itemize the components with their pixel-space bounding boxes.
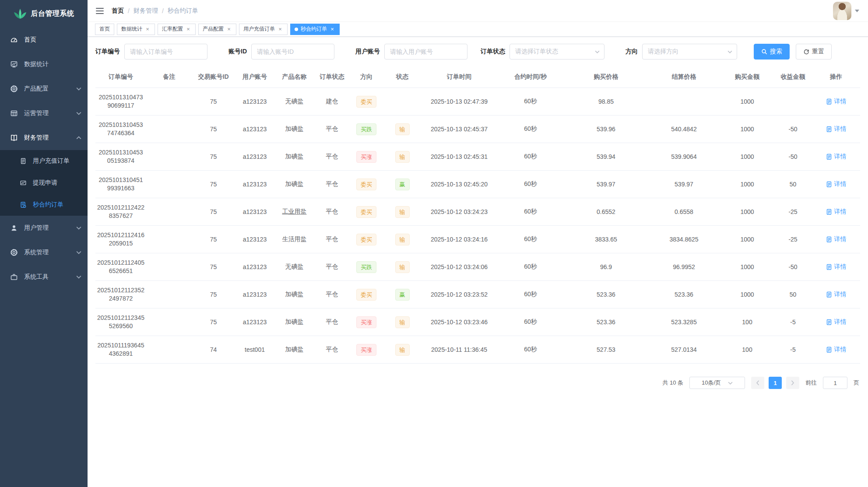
col-header: 用户账号 bbox=[235, 67, 275, 88]
direction-tag: 买涨 bbox=[356, 151, 376, 163]
dashboard-icon bbox=[10, 36, 18, 44]
sidebar-item-operations[interactable]: 运营管理 bbox=[0, 101, 88, 126]
sidebar-item-user-management[interactable]: 用户管理 bbox=[0, 216, 88, 240]
tab-statistics[interactable]: 数据统计 × bbox=[117, 24, 155, 35]
close-icon[interactable]: × bbox=[277, 26, 283, 32]
sidebar-item-finance[interactable]: 财务管理 bbox=[0, 126, 88, 150]
close-icon[interactable]: × bbox=[226, 26, 232, 32]
hamburger-icon[interactable] bbox=[95, 7, 104, 15]
detail-button[interactable]: 详情 bbox=[826, 98, 847, 105]
col-header: 购买金额 bbox=[720, 67, 774, 88]
order-state-cell: 平仓 bbox=[314, 171, 350, 198]
order-no: 202510131047390699117 bbox=[97, 93, 144, 110]
detail-button-label: 详情 bbox=[834, 180, 847, 188]
direction-tag: 买涨 bbox=[356, 344, 376, 356]
sidebar-item-label: 秒合约订单 bbox=[33, 201, 81, 209]
table-row: 202510131045374746364 75 a123123 加碘盐 平仓 … bbox=[95, 116, 860, 143]
tab-exchange-rate-config[interactable]: 汇率配置 × bbox=[158, 24, 196, 35]
direction-tag: 买涨 bbox=[356, 316, 376, 328]
sidebar-item-recharge-orders[interactable]: 用户充值订单 bbox=[0, 150, 88, 172]
close-icon[interactable]: × bbox=[329, 26, 335, 32]
user-account-input[interactable] bbox=[384, 44, 467, 60]
document-icon bbox=[826, 236, 832, 242]
page-size-value: 10条/页 bbox=[702, 379, 721, 387]
order-time-cell: 2025-10-12 03:24:23 bbox=[422, 198, 496, 226]
col-header: 订单状态 bbox=[314, 67, 350, 88]
table-grid-icon bbox=[10, 109, 18, 117]
gear-icon bbox=[10, 249, 18, 256]
document-icon bbox=[20, 158, 27, 165]
next-page-button[interactable] bbox=[786, 377, 799, 389]
document-icon bbox=[826, 126, 832, 132]
order-state-cell: 平仓 bbox=[314, 143, 350, 171]
settle-price-cell: 539.9064 bbox=[647, 143, 720, 171]
detail-button[interactable]: 详情 bbox=[826, 125, 847, 133]
product-name: 生活用盐 bbox=[282, 235, 307, 242]
search-button[interactable]: 搜索 bbox=[754, 44, 790, 60]
user-account-cell: a123123 bbox=[235, 88, 275, 116]
table-header-row: 订单编号 备注 交易账号ID 用户账号 产品名称 订单状态 方向 状态 订单时间… bbox=[95, 67, 860, 88]
sidebar-item-system-tools[interactable]: 系统工具 bbox=[0, 265, 88, 289]
sidebar-item-label: 系统管理 bbox=[24, 249, 76, 256]
profit-amount-cell: 50 bbox=[774, 281, 812, 308]
sidebar-item-home[interactable]: 首页 bbox=[0, 28, 88, 52]
profit-amount-cell: -5 bbox=[774, 308, 812, 336]
profit-amount-cell: -25 bbox=[774, 198, 812, 226]
page-number-button[interactable]: 1 bbox=[769, 377, 782, 389]
user-avatar[interactable] bbox=[833, 2, 851, 20]
tab-second-contract-orders[interactable]: 秒合约订单 × bbox=[290, 24, 340, 35]
order-time-cell: 2025-10-13 02:45:31 bbox=[422, 143, 496, 171]
trade-account-id-cell: 75 bbox=[192, 198, 235, 226]
close-icon[interactable]: × bbox=[185, 26, 191, 32]
detail-button[interactable]: 详情 bbox=[826, 208, 847, 216]
remark-cell bbox=[146, 198, 192, 226]
detail-button[interactable]: 详情 bbox=[826, 235, 847, 243]
col-header: 产品名称 bbox=[275, 67, 314, 88]
chart-box-icon bbox=[20, 179, 27, 186]
leaf-logo-icon bbox=[14, 8, 27, 20]
sidebar-menu: 首页 数据统计 产品配置 运营管理 bbox=[0, 28, 88, 289]
order-status-select[interactable]: 请选择订单状态 bbox=[510, 44, 604, 60]
product-name: 加碘盐 bbox=[285, 318, 304, 325]
sidebar-item-second-contract-orders[interactable]: 秒合约订单 bbox=[0, 194, 88, 216]
close-icon[interactable]: × bbox=[144, 26, 151, 32]
goto-page-input[interactable] bbox=[823, 377, 847, 389]
settle-price-cell: 523.3285 bbox=[647, 308, 720, 336]
order-no: 202510131045199391663 bbox=[97, 176, 144, 193]
direction-tag: 委买 bbox=[356, 234, 376, 245]
detail-button[interactable]: 详情 bbox=[826, 263, 847, 271]
navbar-right bbox=[833, 2, 859, 20]
detail-button[interactable]: 详情 bbox=[826, 153, 847, 161]
detail-button[interactable]: 详情 bbox=[826, 318, 847, 326]
detail-button[interactable]: 详情 bbox=[826, 346, 847, 354]
direction-select[interactable]: 请选择方向 bbox=[642, 44, 737, 60]
contract-coin-icon bbox=[20, 201, 27, 208]
sidebar-item-label: 首页 bbox=[24, 36, 81, 44]
detail-button[interactable]: 详情 bbox=[826, 180, 847, 188]
tab-recharge-orders[interactable]: 用户充值订单 × bbox=[239, 24, 288, 35]
order-time-cell: 2025-10-12 03:24:16 bbox=[422, 226, 496, 253]
table-row: 202510111936454362891 74 test001 加碘盐 平仓 … bbox=[95, 336, 860, 364]
search-button-label: 搜索 bbox=[770, 48, 782, 56]
breadcrumb-home[interactable]: 首页 bbox=[112, 7, 124, 15]
contract-seconds-cell: 60秒 bbox=[496, 88, 565, 116]
profit-amount-cell: -5 bbox=[774, 336, 812, 364]
reset-button[interactable]: 重置 bbox=[796, 44, 832, 60]
breadcrumb-current: 秒合约订单 bbox=[168, 7, 198, 15]
order-no-input[interactable] bbox=[124, 44, 207, 60]
prev-page-button[interactable] bbox=[751, 377, 764, 389]
avatar-caret-icon[interactable] bbox=[855, 10, 859, 12]
filter-bar: 订单编号 账号ID 用户账号 订单状态 请选择订单状态 方向 请选择方向 bbox=[95, 44, 860, 60]
account-id-input[interactable] bbox=[251, 44, 334, 60]
sidebar-item-withdraw-requests[interactable]: 提现申请 bbox=[0, 172, 88, 194]
order-state-cell: 平仓 bbox=[314, 198, 350, 226]
product-name: 无碘盐 bbox=[285, 263, 304, 270]
sidebar-item-statistics[interactable]: 数据统计 bbox=[0, 52, 88, 77]
direction-tag: 委买 bbox=[356, 289, 376, 301]
sidebar-item-product-config[interactable]: 产品配置 bbox=[0, 77, 88, 101]
tab-home[interactable]: 首页 bbox=[95, 24, 114, 35]
tab-product-config[interactable]: 产品配置 × bbox=[198, 24, 236, 35]
sidebar-item-system-management[interactable]: 系统管理 bbox=[0, 240, 88, 265]
detail-button[interactable]: 详情 bbox=[826, 291, 847, 298]
page-size-select[interactable]: 10条/页 bbox=[689, 377, 745, 389]
